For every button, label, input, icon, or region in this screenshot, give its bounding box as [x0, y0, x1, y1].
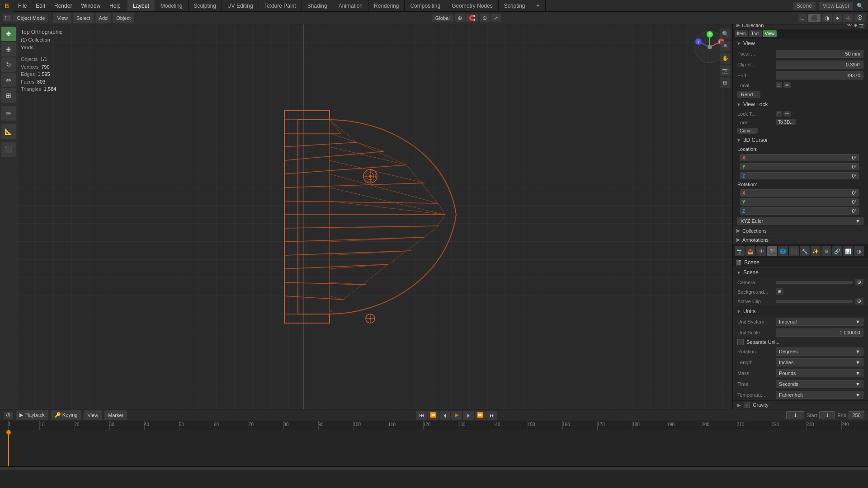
lock-t-icon1[interactable]: □	[776, 111, 782, 117]
camera-btn[interactable]: ⊕	[855, 279, 863, 286]
tool-move[interactable]: ⊕	[1, 42, 16, 56]
props-icon-physics[interactable]: ⚙	[821, 246, 831, 256]
view-layer-selector[interactable]: View Layer	[819, 2, 853, 10]
view-lock-header[interactable]: ▼ View Lock	[733, 99, 868, 109]
editor-type-icon[interactable]: ⬚	[3, 14, 12, 22]
transform-pivot[interactable]: ⊕	[455, 14, 465, 22]
menu-edit[interactable]: Edit	[31, 0, 50, 11]
next-frame-btn[interactable]: ⏵	[463, 411, 474, 420]
local-icon1[interactable]: □	[776, 82, 782, 88]
tab-scripting[interactable]: Scripting	[499, 0, 531, 11]
focal-val[interactable]: 50 mm	[776, 50, 863, 58]
mass-dropdown[interactable]: Pounds ▼	[776, 369, 863, 377]
current-frame-input[interactable]: 1	[786, 411, 804, 419]
viewport-overlay-toggle[interactable]: ⊹	[843, 14, 853, 22]
render-btn[interactable]: Rend...	[737, 91, 760, 98]
unit-scale-val[interactable]: 1.000000	[776, 328, 863, 337]
timeline-playhead[interactable]	[8, 430, 9, 466]
tab-shading[interactable]: Shading	[302, 0, 333, 11]
tool-scale[interactable]: ⇔	[1, 73, 16, 87]
object-mode-dropdown[interactable]: Object Mode	[13, 14, 48, 22]
select-menu[interactable]: Select	[73, 13, 94, 23]
cursor-ry-field[interactable]: Y 0°	[740, 198, 859, 206]
n-tab-tool[interactable]: Tool	[749, 30, 761, 37]
play-btn[interactable]: ▶	[451, 411, 462, 420]
length-dropdown[interactable]: Inches ▼	[776, 358, 863, 366]
n-tab-view[interactable]: View	[763, 30, 777, 37]
playback-menu[interactable]: ▶ Playback	[16, 410, 48, 420]
props-icon-view[interactable]: 👁	[756, 246, 766, 256]
tool-measure[interactable]: 📐	[1, 124, 16, 139]
clip-s-val[interactable]: 0.394°	[776, 61, 863, 69]
rotation-dropdown[interactable]: Degrees ▼	[776, 347, 863, 356]
end-val[interactable]: 39370	[776, 71, 863, 80]
zoom-in-icon[interactable]: 🔍	[720, 28, 731, 39]
annotations-header[interactable]: ▶ Annotations	[733, 235, 868, 244]
gizmo-toggle[interactable]: ↗	[491, 14, 501, 22]
lock-checkbox-3d[interactable]: To 3D...	[776, 119, 796, 125]
transform-space[interactable]: Global	[432, 14, 453, 22]
view-menu[interactable]: View	[53, 13, 71, 23]
tool-annotate[interactable]: ✏	[1, 106, 16, 121]
tab-compositing[interactable]: Compositing	[405, 0, 446, 11]
viewport-shading-render[interactable]: ●	[833, 14, 842, 22]
end-frame-input[interactable]: 250	[849, 411, 864, 419]
next-keyframe-btn[interactable]: ⏩	[475, 411, 486, 420]
units-section-title[interactable]: ▼ Units	[733, 306, 868, 316]
tab-layout[interactable]: Layout	[127, 0, 155, 11]
tab-modeling[interactable]: Modeling	[155, 0, 189, 11]
tool-add-cube[interactable]: ⬛	[1, 142, 16, 157]
pan-icon[interactable]: ✋	[720, 53, 731, 64]
props-icon-render[interactable]: 📷	[735, 246, 745, 256]
props-icon-output[interactable]: 📤	[745, 246, 755, 256]
props-icon-material[interactable]: ◑	[854, 246, 864, 256]
scene-section-title[interactable]: ▼ Scene	[733, 267, 868, 277]
cursor-z-field[interactable]: Z 0°	[740, 172, 859, 179]
props-icon-data[interactable]: 📊	[843, 246, 853, 256]
jump-end-btn[interactable]: ⏭	[486, 411, 497, 420]
props-icon-constraints[interactable]: 🔗	[832, 246, 842, 256]
local-icon2[interactable]: ✏	[783, 82, 791, 88]
time-dropdown[interactable]: Seconds ▼	[776, 380, 863, 388]
lock-t-icon2[interactable]: ✏	[783, 111, 791, 117]
tool-rotate[interactable]: ↻	[1, 57, 16, 72]
scene-selector[interactable]: Scene	[793, 2, 816, 10]
tab-uv-editing[interactable]: UV Editing	[222, 0, 259, 11]
zoom-out-icon[interactable]: -🔍	[720, 41, 731, 52]
menu-file[interactable]: File	[14, 0, 31, 11]
viewport-xray-toggle[interactable]: ⦿	[854, 14, 865, 22]
tab-geometry-nodes[interactable]: Geometry Nodes	[446, 0, 499, 11]
camera-val[interactable]	[776, 281, 853, 284]
start-frame-input[interactable]: 1	[819, 411, 835, 419]
prev-keyframe-btn[interactable]: ⏪	[428, 411, 439, 420]
tab-sculpting[interactable]: Sculpting	[189, 0, 222, 11]
timeline-scrollbar-inner[interactable]	[0, 467, 868, 470]
cursor-y-field[interactable]: Y 0°	[740, 163, 859, 170]
timeline-body[interactable]: 1102030405060708090100110120130140150160…	[0, 421, 868, 487]
tab-add[interactable]: +	[531, 0, 546, 11]
view-menu-tl[interactable]: View	[84, 410, 102, 420]
active-clip-btn[interactable]: ⊕	[855, 298, 863, 305]
gravity-checkbox[interactable]: ✓	[744, 402, 750, 408]
temperature-dropdown[interactable]: Fahrenheit ▼	[776, 391, 863, 399]
viewport-shading-solid[interactable]: ⬛	[808, 14, 821, 22]
separate-units-row[interactable]: Separate Uni...	[733, 338, 868, 346]
menu-help[interactable]: Help	[105, 0, 125, 11]
props-icon-world[interactable]: 🌐	[778, 246, 788, 256]
cursor-x-field[interactable]: X 0°	[740, 154, 859, 161]
tab-rendering[interactable]: Rendering	[368, 0, 405, 11]
blender-logo[interactable]: B	[0, 0, 14, 12]
cursor-rz-field[interactable]: Z 0°	[740, 207, 859, 215]
menu-render[interactable]: Render	[50, 0, 76, 11]
timeline-scrollbar[interactable]	[0, 466, 868, 470]
view-section-header[interactable]: ▼ View	[733, 38, 868, 48]
camera-view-icon[interactable]: 📷	[720, 65, 731, 76]
collections-header[interactable]: ▶ Collections	[733, 226, 868, 235]
active-clip-val[interactable]	[776, 300, 853, 303]
grid-view-icon[interactable]: ⊞	[720, 77, 731, 88]
props-icon-scene[interactable]: 🎬	[767, 246, 777, 256]
add-menu[interactable]: Add	[95, 13, 112, 23]
tab-animation[interactable]: Animation	[333, 0, 368, 11]
main-viewport[interactable]: Top Orthographic (1) Collection Yards Ob…	[17, 24, 732, 409]
proportional-edit[interactable]: ⊙	[480, 14, 490, 22]
